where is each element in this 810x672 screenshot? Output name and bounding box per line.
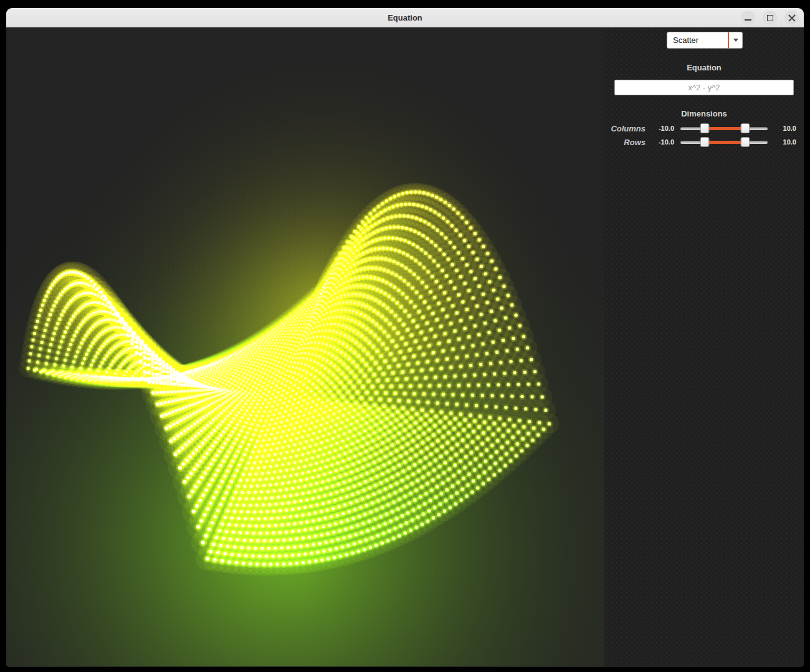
slider-fill — [705, 127, 745, 130]
columns-range-slider[interactable] — [680, 123, 768, 133]
dropdown-arrow-button[interactable] — [728, 32, 742, 48]
window-content: Scatter Equation Dimensions Columns -10.… — [6, 27, 804, 666]
scatter-plot-canvas[interactable] — [6, 27, 604, 666]
minimize-button[interactable] — [741, 11, 755, 25]
dimension-sliders: Columns -10.0 10.0 Rows -10.0 — [607, 121, 796, 149]
equation-heading: Equation — [604, 63, 804, 72]
chevron-down-icon — [733, 39, 738, 42]
close-button[interactable] — [784, 11, 799, 25]
window-controls — [741, 11, 799, 25]
columns-high-handle[interactable] — [740, 123, 750, 133]
rows-min-value: -10.0 — [648, 138, 674, 146]
window-title: Equation — [388, 13, 422, 22]
plot-viewport[interactable] — [6, 27, 604, 666]
app-window: Equation Scatter Equation — [6, 8, 804, 667]
rows-high-handle[interactable] — [740, 137, 750, 147]
plot-type-dropdown[interactable]: Scatter — [667, 32, 743, 49]
rows-slider-row: Rows -10.0 10.0 — [607, 135, 796, 149]
sidebar: Scatter Equation Dimensions Columns -10.… — [604, 27, 804, 666]
columns-slider-row: Columns -10.0 10.0 — [607, 121, 796, 135]
titlebar[interactable]: Equation — [6, 8, 804, 27]
slider-fill — [705, 141, 745, 144]
columns-label: Columns — [607, 124, 646, 133]
rows-range-slider[interactable] — [680, 137, 768, 147]
close-icon — [788, 14, 796, 22]
rows-label: Rows — [607, 138, 646, 147]
dimensions-heading: Dimensions — [604, 109, 804, 118]
plot-type-value: Scatter — [667, 32, 728, 48]
equation-input[interactable] — [614, 80, 794, 95]
columns-max-value: 10.0 — [774, 125, 796, 132]
maximize-icon — [767, 15, 773, 21]
rows-low-handle[interactable] — [700, 137, 710, 147]
rows-max-value: 10.0 — [774, 138, 796, 146]
columns-min-value: -10.0 — [648, 125, 674, 132]
columns-low-handle[interactable] — [700, 123, 710, 133]
maximize-button[interactable] — [763, 11, 777, 25]
minimize-icon — [745, 19, 751, 21]
